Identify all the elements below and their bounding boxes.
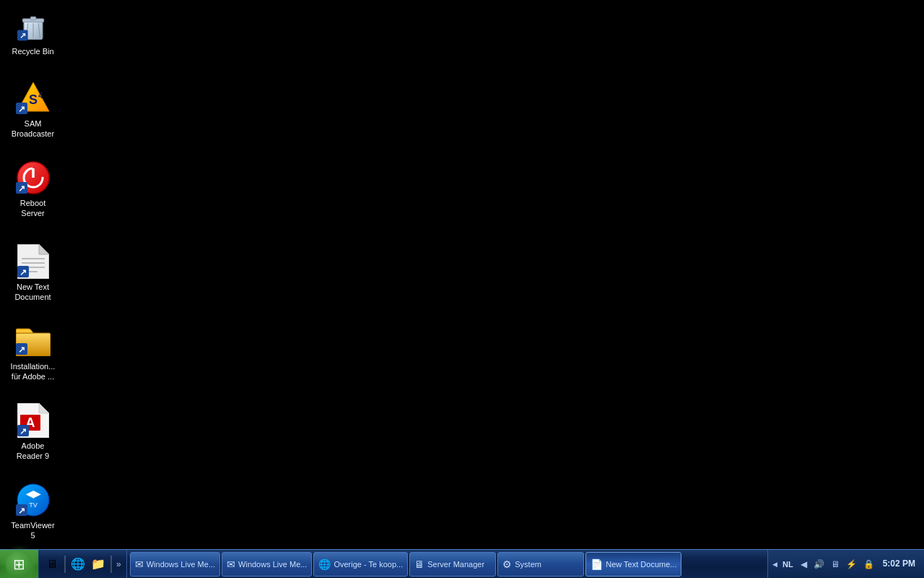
windows-live-2-button[interactable]: ✉ Windows Live Me...	[222, 552, 312, 577]
reboot-server-label: Reboot Server	[9, 198, 57, 219]
tray-expand-arrow[interactable]: ◀	[772, 561, 777, 568]
start-button[interactable]: ⊞	[0, 550, 39, 579]
svg-marker-31	[39, 403, 49, 413]
tray-security-icon[interactable]: 🔒	[861, 558, 876, 571]
new-text-doc-task-icon: 📄	[590, 558, 603, 570]
quick-launch-separator	[64, 556, 66, 573]
adobe-reader-icon[interactable]: A ↗ Adobe Reader 9	[6, 400, 60, 465]
system-button[interactable]: ⚙ System	[497, 552, 584, 577]
language-indicator[interactable]: NL	[780, 558, 796, 570]
installation-folder-icon[interactable]: ↗ Installation... für Adobe ...	[6, 321, 60, 385]
svg-text:↗: ↗	[19, 267, 27, 277]
recycle-bin-icon[interactable]: ↗ Recycle Bin	[6, 6, 60, 59]
server-manager-label: Server Manager	[427, 560, 484, 569]
new-text-document-image: ↗	[16, 244, 51, 279]
system-tray: ◀ NL ◀ 🔊 🖥 ⚡ 🔒 5:02 PM	[767, 550, 924, 579]
adobe-reader-image: A ↗	[16, 403, 51, 438]
quick-launch-separator-2	[110, 556, 112, 573]
svg-text:↗: ↗	[19, 31, 25, 40]
svg-text:↗: ↗	[19, 426, 27, 436]
svg-text:TV: TV	[29, 501, 38, 509]
system-clock[interactable]: 5:02 PM	[879, 556, 920, 571]
quick-launch-bar: 🖥 🌐 📁 »	[39, 550, 127, 579]
new-text-document-label: New Text Document	[9, 282, 57, 303]
taskbar: ⊞ 🖥 🌐 📁 » ✉ Windows Live Me... ✉ Windows…	[0, 549, 924, 578]
installation-folder-label: Installation... für Adobe ...	[9, 361, 57, 382]
svg-text:↗: ↗	[18, 506, 25, 516]
windows-live-2-icon: ✉	[227, 558, 235, 570]
windows-live-1-icon: ✉	[135, 558, 144, 570]
svg-text:↗: ↗	[18, 345, 25, 355]
installation-folder-image: ↗	[16, 324, 51, 358]
svg-rect-3	[30, 17, 35, 20]
windows-live-2-label: Windows Live Me...	[238, 560, 307, 569]
overige-label: Overige - Te koop...	[334, 560, 403, 569]
teamviewer-label: TeamViewer 5	[9, 520, 57, 541]
desktop: ↗ Recycle Bin S 4 ↗	[0, 0, 924, 549]
windows-logo: ⊞	[13, 556, 25, 573]
tray-network-icon[interactable]: 🔊	[811, 558, 827, 571]
show-desktop-button[interactable]: 🖥	[42, 554, 62, 574]
tray-power-icon[interactable]: ⚡	[844, 558, 859, 571]
windows-live-1-button[interactable]: ✉ Windows Live Me...	[130, 552, 220, 577]
svg-text:↗: ↗	[18, 184, 25, 194]
server-manager-icon: 🖥	[414, 558, 424, 570]
overige-icon: 🌐	[318, 558, 331, 570]
folder-quick-launch[interactable]: 📁	[88, 554, 108, 574]
taskbar-buttons-area: ✉ Windows Live Me... ✉ Windows Live Me..…	[127, 550, 767, 579]
ie-quick-launch[interactable]: 🌐	[68, 554, 88, 574]
recycle-bin-image: ↗	[16, 9, 51, 43]
teamviewer-icon[interactable]: ◀▶ TV ↗ TeamViewer 5	[6, 480, 60, 544]
recycle-bin-label: Recycle Bin	[12, 46, 53, 56]
new-text-doc-task-button[interactable]: 📄 New Text Docume...	[585, 552, 681, 577]
reboot-server-icon[interactable]: ↗ Reboot Server	[6, 158, 60, 222]
sam-broadcaster-image: S 4 ↗	[16, 81, 51, 116]
svg-text:↗: ↗	[18, 104, 25, 114]
start-orb: ⊞	[6, 551, 33, 578]
quick-launch-expand[interactable]: »	[114, 559, 123, 569]
sam-broadcaster-icon[interactable]: S 4 ↗ SAM Broadcaster	[6, 78, 60, 142]
sam-broadcaster-label: SAM Broadcaster	[9, 118, 57, 139]
system-icon: ⚙	[502, 558, 512, 570]
new-text-document-icon[interactable]: ↗ New Text Document	[6, 241, 60, 306]
adobe-reader-label: Adobe Reader 9	[9, 441, 57, 462]
svg-text:◀▶: ◀▶	[25, 488, 41, 499]
server-manager-button[interactable]: 🖥 Server Manager	[409, 552, 496, 577]
new-text-doc-task-label: New Text Docume...	[606, 560, 676, 569]
clock-time: 5:02 PM	[883, 558, 915, 570]
tray-display-icon[interactable]: 🖥	[829, 558, 842, 571]
reboot-server-image: ↗	[16, 160, 51, 195]
svg-text:4: 4	[38, 91, 43, 100]
teamviewer-image: ◀▶ TV ↗	[16, 483, 51, 517]
overige-button[interactable]: 🌐 Overige - Te koop...	[313, 552, 408, 577]
system-label: System	[515, 560, 541, 569]
svg-marker-20	[39, 244, 49, 254]
svg-text:S: S	[28, 92, 37, 107]
tray-icon-1[interactable]: ◀	[798, 558, 809, 571]
windows-live-1-label: Windows Live Me...	[147, 560, 215, 569]
